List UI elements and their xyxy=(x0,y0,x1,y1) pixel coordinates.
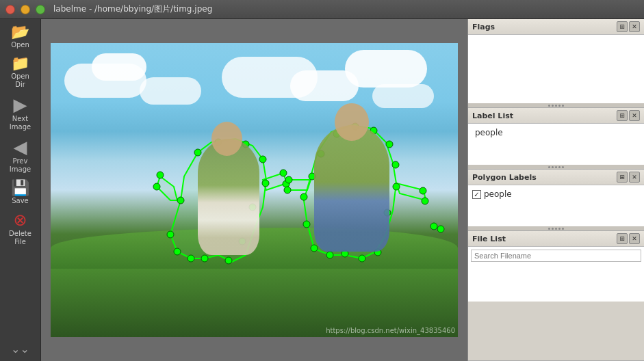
svg-point-24 xyxy=(303,221,310,228)
svg-marker-5 xyxy=(396,183,426,200)
open-dir-button[interactable]: 📁 Open Dir xyxy=(2,53,39,92)
file-list-content[interactable] xyxy=(468,247,644,302)
svg-point-12 xyxy=(259,156,266,163)
svg-point-9 xyxy=(194,149,201,156)
file-list-header: File List ⊞ ✕ xyxy=(468,231,644,247)
resize-dot xyxy=(555,105,557,107)
label-list-content: people xyxy=(468,124,644,165)
main-layout: 📂 Open 📁 Open Dir ▶ Next Image ◀ Prev Im… xyxy=(0,19,644,361)
flags-title: Flags xyxy=(472,23,495,31)
open-button[interactable]: 📂 Open xyxy=(2,22,39,52)
delete-file-label: Delete File xyxy=(9,230,31,246)
file-list-icon-btn-1[interactable]: ⊞ xyxy=(617,233,628,244)
label-list-item[interactable]: people xyxy=(472,126,640,139)
svg-point-44 xyxy=(437,226,444,232)
label-list-header: Label List ⊞ ✕ xyxy=(468,108,644,124)
polygon-labels-content: ✓ people xyxy=(468,185,644,226)
svg-point-43 xyxy=(430,223,437,230)
label-list-title: Label List xyxy=(472,111,513,120)
prev-icon: ◀ xyxy=(14,138,27,156)
cloud-3 xyxy=(140,77,201,105)
collapse-toolbar-button[interactable]: ⌄⌄ xyxy=(2,340,39,358)
flags-resize-handle[interactable] xyxy=(468,103,644,107)
svg-point-22 xyxy=(283,180,289,187)
delete-file-button[interactable]: ⊗ Delete File xyxy=(2,209,39,249)
image-container: https://blog.csdn.net/wixin_43835460 xyxy=(51,43,458,337)
next-image-label: Next Image xyxy=(10,115,31,131)
svg-point-19 xyxy=(153,183,160,190)
svg-point-42 xyxy=(422,198,428,204)
maximize-button[interactable] xyxy=(36,5,45,14)
flags-content xyxy=(468,35,644,103)
file-list-header-icons: ⊞ ✕ xyxy=(617,233,640,244)
resize-dot xyxy=(548,105,550,107)
cloud-6 xyxy=(345,50,427,88)
resize-dot xyxy=(562,105,564,107)
right-panel: Flags ⊞ ✕ Label List xyxy=(467,19,644,361)
flags-section: Flags ⊞ ✕ xyxy=(468,19,644,108)
polygon-labels-section: Polygon Labels ⊞ ✕ ✓ people xyxy=(468,170,644,231)
save-button[interactable]: 💾 Save xyxy=(2,178,39,208)
svg-marker-2 xyxy=(157,176,177,200)
delete-icon: ⊗ xyxy=(13,212,27,228)
open-dir-label: Open Dir xyxy=(11,72,29,89)
man-body xyxy=(314,125,389,252)
svg-point-8 xyxy=(177,197,184,204)
polygon-labels-resize-handle[interactable] xyxy=(468,226,644,230)
woman-body xyxy=(198,139,259,255)
svg-point-41 xyxy=(420,187,426,194)
svg-point-25 xyxy=(300,193,307,200)
open-label: Open xyxy=(11,41,29,49)
label-list-icon-btn-2[interactable]: ✕ xyxy=(629,110,640,121)
minimize-button[interactable] xyxy=(21,5,30,14)
close-button[interactable] xyxy=(5,5,15,14)
file-list-title: File List xyxy=(472,235,506,243)
flags-header: Flags ⊞ ✕ xyxy=(468,19,644,35)
watermark: https://blog.csdn.net/wixin_43835460 xyxy=(326,327,455,334)
resize-dots xyxy=(548,105,564,107)
polygon-labels-header-icons: ⊞ ✕ xyxy=(617,172,640,183)
polygon-labels-icon-btn-2[interactable]: ✕ xyxy=(629,172,640,183)
svg-marker-4 xyxy=(287,180,311,190)
main-image xyxy=(51,43,458,337)
flags-icon-btn-1[interactable]: ⊞ xyxy=(617,21,628,32)
cloud-7 xyxy=(372,84,434,108)
polygon-labels-icon-btn-1[interactable]: ⊞ xyxy=(617,172,628,183)
flags-icon-btn-2[interactable]: ✕ xyxy=(629,21,640,32)
svg-point-40 xyxy=(284,187,291,193)
titlebar: labelme - /home/bbying/图片/timg.jpeg xyxy=(0,0,644,19)
label-list-icon-btn-1[interactable]: ⊞ xyxy=(617,110,628,121)
polygon-label-checkbox[interactable]: ✓ xyxy=(472,190,481,199)
save-icon: 💾 xyxy=(11,180,29,196)
resize-dot xyxy=(558,105,561,107)
cloud-2 xyxy=(92,53,146,81)
svg-point-33 xyxy=(393,183,400,190)
label-list-resize-handle[interactable] xyxy=(468,165,644,169)
svg-point-13 xyxy=(262,180,269,187)
svg-point-20 xyxy=(157,172,164,178)
polygon-labels-title: Polygon Labels xyxy=(472,173,537,182)
next-icon: ▶ xyxy=(14,96,27,113)
resize-dots xyxy=(548,166,564,168)
open-icon: 📂 xyxy=(11,25,29,40)
man-head xyxy=(335,103,369,141)
resize-dots xyxy=(548,228,564,230)
prev-image-label: Prev Image xyxy=(10,157,31,174)
file-list-icon-btn-2[interactable]: ✕ xyxy=(629,233,640,244)
prev-image-button[interactable]: ◀ Prev Image xyxy=(2,135,39,176)
svg-point-32 xyxy=(392,161,399,168)
svg-point-31 xyxy=(386,141,393,148)
window-title: labelme - /home/bbying/图片/timg.jpeg xyxy=(53,3,212,15)
toolbar: 📂 Open 📁 Open Dir ▶ Next Image ◀ Prev Im… xyxy=(0,19,41,361)
flags-header-icons: ⊞ ✕ xyxy=(617,21,640,32)
save-label: Save xyxy=(12,197,29,205)
open-dir-icon: 📁 xyxy=(11,56,29,71)
next-image-button[interactable]: ▶ Next Image xyxy=(2,93,39,134)
polygon-label-item[interactable]: ✓ people xyxy=(472,188,640,200)
chevron-down-icon: ⌄⌄ xyxy=(11,343,29,356)
canvas-area[interactable]: https://blog.csdn.net/wixin_43835460 xyxy=(41,19,467,361)
svg-point-21 xyxy=(280,170,287,176)
file-search-input[interactable] xyxy=(471,250,641,262)
polygon-labels-header: Polygon Labels ⊞ ✕ xyxy=(468,170,644,185)
resize-dot xyxy=(552,105,554,107)
